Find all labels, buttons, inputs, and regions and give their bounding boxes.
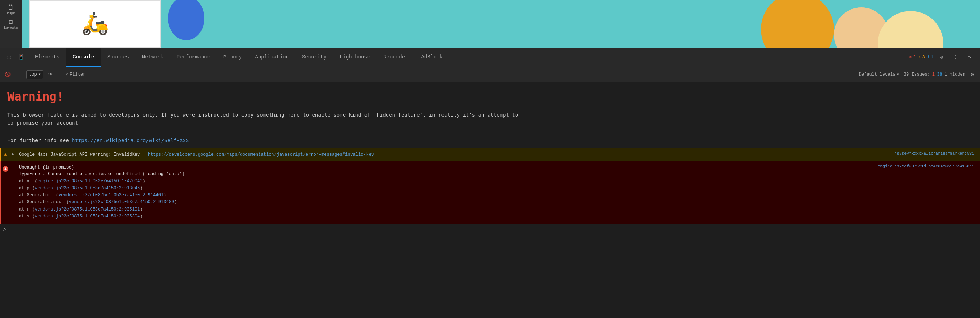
devtools-panel: ⬚ 📱 Elements Console Sources Network Per… [0, 48, 980, 318]
error-main-text: Uncaught (in promise) [19, 164, 872, 171]
self-xss-info: For further info see https://en.wikipedi… [0, 134, 980, 148]
clear-console-button[interactable]: 🚫 [3, 70, 13, 79]
log-row-warning: ▲ ▶ Google Maps JavaScript API warning: … [0, 149, 980, 161]
warning-count-badge[interactable]: ⚠ 3 [918, 54, 924, 60]
yellow-circle-decoration [878, 11, 943, 48]
inspect-element-button[interactable]: ⬚ [4, 52, 14, 63]
sidebar-item-layouts[interactable]: ⊞ Layouts [4, 18, 18, 30]
log-expand-arrow[interactable]: ▶ [10, 150, 16, 156]
tab-lighthouse[interactable]: Lighthouse [333, 48, 377, 67]
log-row-error: 2 Uncaught (in promise) TypeError: Canno… [0, 161, 980, 224]
sidebar-item-page[interactable]: 🗒 Page [7, 4, 15, 15]
chevron-down-icon: ▾ [38, 72, 41, 77]
page-content-area: 🛵 [22, 0, 980, 48]
error-log-content: Uncaught (in promise) TypeError: Cannot … [16, 163, 875, 222]
issues-count: 39 Issues: 1 38 [904, 72, 942, 77]
console-input-field[interactable] [9, 227, 977, 232]
settings-button[interactable]: ⚙ [936, 52, 947, 63]
tab-network[interactable]: Network [135, 48, 170, 67]
tab-memory[interactable]: Memory [217, 48, 248, 67]
filter-button[interactable]: ⊘ Filter [63, 70, 88, 79]
tab-application[interactable]: Application [249, 48, 295, 67]
tab-security[interactable]: Security [295, 48, 333, 67]
error-count-badge[interactable]: ✖ 2 [909, 54, 915, 60]
tab-console[interactable]: Console [66, 48, 101, 67]
warn-triangle-icon: ▲ [4, 152, 7, 157]
context-selector[interactable]: top ▾ [26, 70, 43, 79]
scooter-thumbnail: 🛵 [29, 0, 161, 48]
issues-warning-badge: 38 [937, 72, 942, 77]
self-xss-link[interactable]: https://en.wikipedia.org/wiki/Self-XSS [72, 137, 189, 143]
error-circle-badge: 2 [3, 166, 8, 172]
more-options-button[interactable]: ⋮ [950, 52, 961, 63]
tab-adblock[interactable]: AdBlock [414, 48, 449, 67]
close-devtools-button[interactable]: » [964, 52, 975, 63]
warning-body-text: This browser feature is aimed to develop… [0, 107, 980, 134]
blue-circle-decoration [168, 0, 204, 40]
error-icon: ✖ [909, 54, 912, 60]
toggle-sidebar-button[interactable]: ≡ [14, 70, 24, 79]
device-toolbar-button[interactable]: 📱 [15, 52, 26, 63]
orange-circle-decoration [761, 0, 834, 48]
info-count-badge[interactable]: ℹ 1 [928, 54, 933, 60]
page-preview: 🗒 Page ⊞ Layouts 🛵 [0, 0, 980, 48]
devtools-right-actions: ✖ 2 ⚠ 3 ℹ 1 ⚙ ⋮ » [905, 52, 978, 63]
issues-error-badge: 1 [932, 72, 935, 77]
tab-elements[interactable]: Elements [29, 48, 66, 67]
toolbar-more-button[interactable]: ⚙ [967, 70, 977, 79]
info-icon: ℹ [928, 54, 930, 60]
warning-source-link[interactable]: js?key=xxxxx&libraries=marker:531 [892, 150, 980, 157]
chevron-down-icon: ▾ [897, 72, 899, 77]
tab-recorder[interactable]: Recorder [377, 48, 414, 67]
console-prompt-symbol: > [3, 227, 6, 232]
filter-icon: ⊘ [66, 72, 68, 77]
devtools-tab-bar: ⬚ 📱 Elements Console Sources Network Per… [0, 48, 980, 67]
scooter-icon: 🛵 [81, 10, 109, 37]
error-expand-arrow[interactable] [10, 163, 16, 165]
warning-log-icon: ▲ [1, 150, 10, 157]
warning-heading: Warning! [0, 82, 980, 107]
console-toolbar: 🚫 ≡ top ▾ 👁 ⊘ Filter Default levels ▾ 39… [0, 67, 980, 82]
devtools-left-icons: ⬚ 📱 [2, 52, 29, 63]
error-type-text: TypeError: Cannot read properties of und… [19, 171, 872, 177]
live-expression-button[interactable]: 👁 [46, 70, 55, 79]
default-levels-dropdown[interactable]: Default levels ▾ [857, 71, 902, 78]
warning-log-content: Google Maps JavaScript API warning: Inva… [16, 150, 892, 159]
console-output: Warning! This browser feature is aimed t… [0, 82, 980, 318]
hidden-count: 1 hidden [944, 72, 966, 77]
error-log-icon: 2 [1, 163, 10, 172]
warning-icon: ⚠ [918, 54, 921, 60]
sidebar-panel: 🗒 Page ⊞ Layouts [0, 0, 22, 48]
console-input-row: > [0, 224, 980, 235]
devtools-tabs: Elements Console Sources Network Perform… [29, 48, 905, 67]
error-stack-trace: at a. (engine.js?2cf0875e1d…053e7a4150:1… [19, 177, 872, 221]
error-source-link[interactable]: engine.js?2cf0875e1d…bc4e64c053e7a4150:1 [875, 163, 980, 170]
tab-performance[interactable]: Performance [170, 48, 217, 67]
google-maps-error-link[interactable]: https://developers.google.com/maps/docum… [148, 152, 374, 157]
tab-sources[interactable]: Sources [101, 48, 135, 67]
